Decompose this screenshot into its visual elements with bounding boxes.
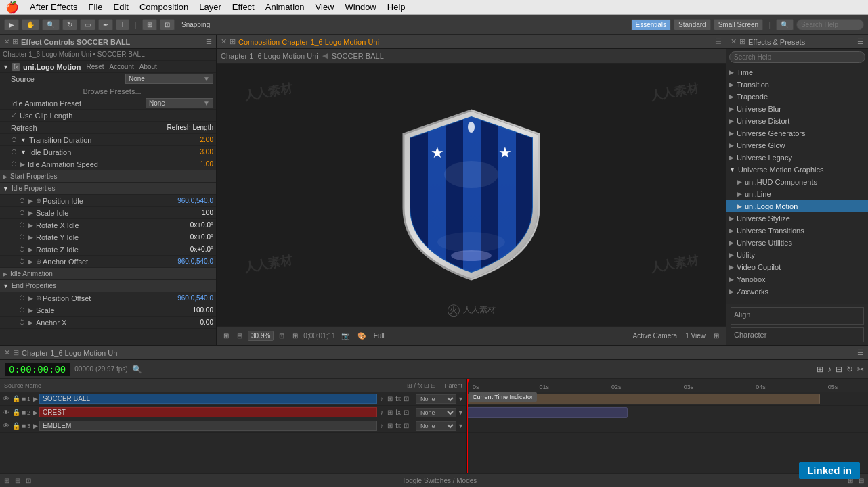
ec-refresh-length[interactable]: Refresh Length [167, 124, 213, 131]
tree-item-universe-generators[interactable]: ▶ Universe Generators [726, 127, 868, 139]
comp-tab[interactable]: Composition Chapter 1_6 Logo Motion Uni [238, 38, 379, 46]
tree-item-zaxwerks[interactable]: ▶ Zaxwerks [726, 285, 868, 298]
tree-item-universe-legacy[interactable]: ▶ Universe Legacy [726, 152, 868, 164]
layer-audio-3[interactable]: ♪ [380, 422, 383, 430]
workspace-standard[interactable]: Standard [674, 19, 711, 30]
vp-more-btn[interactable]: ⊞ [711, 331, 722, 341]
track-bar-2[interactable] [467, 407, 628, 418]
tl-bottom-icon3[interactable]: ⊡ [26, 477, 31, 484]
vp-pixel-btn[interactable]: ⊞ [290, 331, 301, 341]
tree-item-uni-logo-motion[interactable]: ▶ uni.Logo Motion [726, 200, 868, 212]
tree-item-universe-blur[interactable]: ▶ Universe Blur [726, 103, 868, 115]
ec-scale-idle-value[interactable]: 100 [202, 209, 213, 216]
search-help-input[interactable] [796, 19, 864, 30]
tool-track[interactable]: ⊡ [160, 19, 175, 30]
vp-color-btn[interactable]: 🎨 [355, 331, 368, 341]
ec-pi-triangle[interactable]: ▶ [28, 198, 33, 204]
tool-select[interactable]: ▶ [4, 19, 19, 30]
ec-ry-triangle[interactable]: ▶ [28, 234, 33, 241]
menu-window[interactable]: Window [345, 2, 376, 12]
layer-eye-3[interactable]: 👁 [3, 422, 12, 430]
ec-idle-animation-header[interactable]: ▶ Idle Animation [0, 268, 216, 280]
ep-menu-btn[interactable]: ☰ [857, 37, 864, 46]
layer-motion-blur-1[interactable]: ⊡ [404, 395, 409, 402]
tree-item-utility[interactable]: ▶ Utility [726, 249, 868, 261]
tl-bottom-icon2[interactable]: ⊟ [15, 477, 20, 484]
ec-se-triangle[interactable]: ▶ [28, 307, 33, 314]
tree-item-hud-components[interactable]: ▶ uni.HUD Components [726, 176, 868, 188]
menu-edit[interactable]: Edit [114, 2, 129, 12]
ec-idle-duration-value[interactable]: 3.00 [200, 148, 213, 156]
layer-expand-2[interactable]: ▶ [33, 409, 38, 416]
layer-audio-1[interactable]: ♪ [380, 395, 383, 402]
ec-idle-prop-triangle[interactable]: ▼ [3, 185, 9, 192]
ec-po-triangle[interactable]: ▶ [28, 295, 33, 302]
tree-item-universe-stylize[interactable]: ▶ Universe Stylize [726, 212, 868, 225]
ec-ias-stopwatch[interactable]: ⏱ [11, 160, 18, 168]
tl-audio-btn[interactable]: ♪ [827, 365, 831, 374]
ec-td-triangle[interactable]: ▼ [20, 137, 26, 143]
tl-close-btn[interactable]: ✕ [4, 348, 10, 357]
ep-close-btn[interactable]: ✕ [731, 37, 737, 46]
ec-se-stopwatch[interactable]: ⏱ [19, 306, 26, 314]
panel-close-btn[interactable]: ✕ [4, 38, 9, 45]
ec-rotate-z-value[interactable]: 0x+0.0° [190, 246, 213, 253]
ec-ias-triangle[interactable]: ▶ [20, 161, 25, 168]
ec-position-offset-value[interactable]: 960.0,540.0 [177, 294, 213, 302]
menu-animation[interactable]: Animation [265, 2, 305, 12]
ec-rz-stopwatch[interactable]: ⏱ [19, 246, 26, 253]
ec-rx-stopwatch[interactable]: ⏱ [19, 221, 26, 229]
ec-rz-triangle[interactable]: ▶ [28, 246, 33, 253]
toggle-switches-label[interactable]: Toggle Switches / Modes [402, 477, 477, 484]
reset-btn[interactable]: Reset [86, 63, 104, 70]
ec-ia-triangle[interactable]: ▶ [3, 271, 7, 277]
tool-text[interactable]: T [116, 19, 129, 30]
ec-ao-stopwatch[interactable]: ⏱ [19, 258, 26, 265]
ec-start-properties-header[interactable]: ▶ Start Properties [0, 170, 216, 183]
ec-ao-triangle[interactable]: ▶ [28, 258, 33, 265]
panel-menu-btn[interactable]: ☰ [206, 38, 212, 45]
ec-ep-triangle[interactable]: ▼ [3, 283, 9, 289]
ec-si-stopwatch[interactable]: ⏱ [19, 209, 26, 216]
layer-parent-2[interactable]: None [416, 408, 456, 417]
vp-camera-btn[interactable]: Active Camera [630, 331, 680, 341]
ec-use-clip-check[interactable]: ✓ [11, 111, 17, 120]
tool-pen[interactable]: ✒ [98, 19, 113, 30]
tl-loop-btn[interactable]: ↻ [846, 365, 853, 374]
tool-align[interactable]: ⊞ [142, 19, 157, 30]
tool-rect[interactable]: ▭ [80, 19, 95, 30]
tl-search-btn[interactable]: 🔍 [132, 365, 142, 374]
ec-ax-stopwatch[interactable]: ⏱ [19, 319, 26, 326]
layer-lock-2[interactable]: 🔒 [12, 409, 20, 416]
vp-safe-btn[interactable]: ⊟ [234, 331, 245, 341]
layer-eye-1[interactable]: 👁 [3, 395, 12, 402]
ec-id-triangle[interactable]: ▼ [20, 149, 26, 156]
vp-view-btn[interactable]: 1 View [682, 331, 708, 341]
layer-lock-1[interactable]: 🔒 [12, 395, 20, 402]
ec-po-stopwatch[interactable]: ⏱ [19, 294, 26, 302]
ec-td-stopwatch[interactable]: ⏱ [11, 136, 18, 143]
tree-item-video-copilot[interactable]: ▶ Video Copilot [726, 261, 868, 273]
layer-eye-2[interactable]: 👁 [3, 409, 12, 416]
ec-idle-anim-speed-value[interactable]: 1.00 [200, 160, 213, 168]
ec-position-idle-value[interactable]: 960.0,540.0 [177, 197, 213, 204]
tool-zoom[interactable]: 🔍 [42, 19, 60, 30]
ec-idle-properties-header[interactable]: ▼ Idle Properties [0, 183, 216, 195]
tl-menu-btn[interactable]: ☰ [857, 348, 864, 357]
layer-motion-blur-2[interactable]: ⊡ [404, 409, 409, 416]
ec-idle-anim-preset-dropdown[interactable]: None ▼ [146, 98, 213, 108]
menu-file[interactable]: File [89, 2, 103, 12]
tree-item-yanobox[interactable]: ▶ Yanobox [726, 273, 868, 285]
vp-grid-btn[interactable]: ⊞ [221, 331, 232, 341]
layer-expand-1[interactable]: ▶ [33, 396, 38, 402]
ec-source-dropdown[interactable]: None ▼ [125, 74, 213, 84]
viewport[interactable]: 人人素材 人人素材 人人素材 人人素材 [217, 64, 726, 326]
apple-menu[interactable]: 🍎 [5, 1, 19, 14]
layer-parent-1[interactable]: None [416, 394, 456, 404]
vp-snapshot-btn[interactable]: 📷 [339, 331, 352, 341]
workspace-small-screen[interactable]: Small Screen [714, 19, 763, 30]
layer-lock-3[interactable]: 🔒 [12, 422, 20, 430]
layer-audio-2[interactable]: ♪ [380, 409, 383, 416]
tl-bottom-icon[interactable]: ⊞ [4, 477, 9, 484]
layer-3d-2[interactable]: ⊞ [387, 409, 393, 416]
